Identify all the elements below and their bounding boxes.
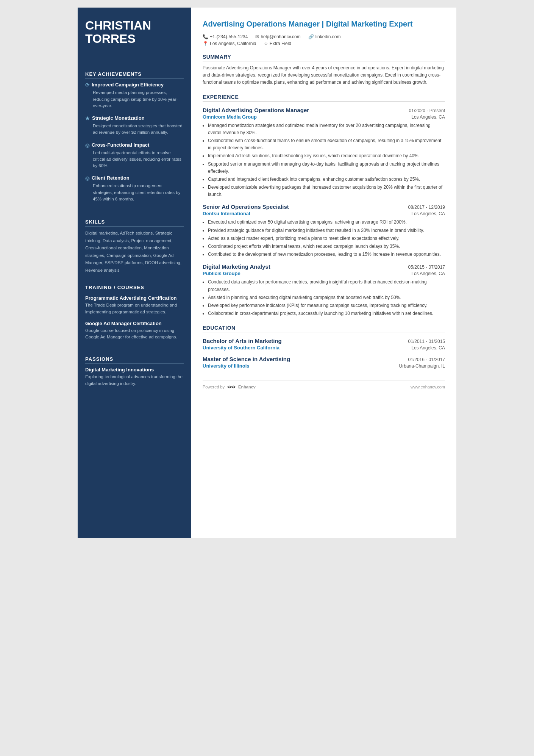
bullet-1-4: Supported senior management with managin… [208,161,445,175]
education-section-title: EDUCATION [203,325,445,332]
contact-email: ✉ help@enhancv.com [255,34,300,39]
edu-date-2: 01/2016 - 01/2017 [408,357,445,362]
course-title-2: Google Ad Manager Certification [85,321,184,326]
achievement-icon-4: ◎ [85,175,89,181]
passions-section-title: PASSIONS [85,356,184,364]
resume-container: CHRISTIAN TORRES KEY ACHIEVEMENTS ⟳ Impr… [78,8,456,538]
contact-linkedin: 🔗 linkedin.com [308,34,341,39]
email-icon: ✉ [255,34,259,39]
skills-text: Digital marketing, AdTech solutions, Str… [85,230,184,274]
contact-row-2: 📍 Los Angeles, California ☆ Extra Field [203,41,445,46]
achievement-desc-2: Designed monetization strategies that bo… [85,123,184,136]
footer-logo: Powered by Enhancv [203,384,256,390]
edu-date-1: 01/2011 - 01/2015 [408,339,445,344]
star-icon: ☆ [264,41,268,46]
edu-school-2: University of Illinois [203,363,250,369]
enhancv-logo-icon [227,384,236,390]
achievement-icon-2: ★ [85,116,90,121]
job-2: Senior Ad Operations Specialist 08/2017 … [203,203,445,258]
job-location-3: Los Angeles, CA [411,271,445,276]
achievement-desc-1: Revamped media planning processes, reduc… [85,89,184,109]
achievement-item-4: ◎ Client Retention Enhanced relationship… [85,175,184,202]
contact-phone: 📞 +1-(234)-555-1234 [203,34,248,39]
bullet-2-1: Executed and optimized over 50 digital a… [208,219,445,226]
job-title-1: Digital Advertising Operations Manager [203,107,309,113]
job-company-2: Dentsu International [203,211,250,216]
passion-item-1: Digital Marketing Innovations Exploring … [85,367,184,387]
job-date-2: 08/2017 - 12/2019 [408,205,445,210]
job-company-1: Omnicom Media Group [203,114,257,120]
contact-row: 📞 +1-(234)-555-1234 ✉ help@enhancv.com 🔗… [203,34,445,39]
edu-degree-2: Master of Science in Advertising [203,356,290,362]
bullet-2-3: Acted as a subject matter expert, priori… [208,235,445,242]
bullet-1-5: Captured and integrated client feedback … [208,176,445,183]
edu-location-1: Los Angeles, CA [411,345,445,351]
footer-website: www.enhancv.com [411,385,445,389]
phone-icon: 📞 [203,34,208,39]
bullet-3-1: Conducted data analysis for performance … [208,279,445,293]
linkedin-icon: 🔗 [308,34,314,39]
job-company-3: Publicis Groupe [203,271,240,276]
achievement-desc-3: Led multi-departmental efforts to resolv… [85,150,184,169]
footer: Powered by Enhancv www.enhancv.com [203,380,445,390]
bullet-1-2: Collaborated with cross-functional teams… [208,137,445,152]
course-desc-2: Google course focused on proficiency in … [85,327,184,341]
bullet-3-2: Assisted in planning and executing digit… [208,294,445,301]
achievement-desc-4: Enhanced relationship management strateg… [85,183,184,202]
course-item-2: Google Ad Manager Certification Google c… [85,321,184,341]
job-1: Digital Advertising Operations Manager 0… [203,107,445,199]
course-title-1: Programmatic Advertising Certification [85,295,184,301]
contact-extra: ☆ Extra Field [264,41,291,46]
experience-section-title: EXPERIENCE [203,94,445,102]
bullet-2-4: Coordinated project efforts with interna… [208,243,445,250]
summary-section-title: SUMMARY [203,54,445,61]
candidate-name: CHRISTIAN TORRES [85,19,184,45]
achievement-item-1: ⟳ Improved Campaign Efficiency Revamped … [85,82,184,109]
bullet-2-5: Contributed to the development of new mo… [208,251,445,258]
job-3: Digital Marketing Analyst 05/2015 - 07/2… [203,263,445,317]
bullet-1-1: Managed monetization strategies and opti… [208,122,445,136]
bullet-1-3: Implemented AdTech solutions, troublesho… [208,152,445,160]
powered-by-text: Powered by [203,385,225,389]
edu-degree-1: Bachelor of Arts in Marketing [203,338,282,344]
job-title-2: Senior Ad Operations Specialist [203,203,289,210]
achievements-section-title: KEY ACHIEVEMENTS [85,71,184,79]
job-bullets-3: Conducted data analysis for performance … [203,279,445,317]
job-date-1: 01/2020 - Present [409,108,445,113]
skills-section-title: SKILLS [85,219,184,227]
achievement-item-3: ◎ Cross-Functional Impact Led multi-depa… [85,142,184,169]
bullet-3-3: Developed key performance indicators (KP… [208,302,445,309]
course-desc-1: The Trade Desk program on understanding … [85,302,184,315]
achievement-icon-1: ⟳ [85,82,89,88]
bullet-1-6: Developed customizable advertising packa… [208,184,445,198]
summary-text: Passionate Advertising Operations Manage… [203,64,445,86]
job-date-3: 05/2015 - 07/2017 [408,265,445,270]
main-content: Advertising Operations Manager | Digital… [191,8,456,538]
bullet-3-4: Collaborated in cross-departmental proje… [208,310,445,317]
edu-item-1: Bachelor of Arts in Marketing 01/2011 - … [203,338,445,351]
job-title-3: Digital Marketing Analyst [203,263,270,270]
achievement-item-2: ★ Strategic Monetization Designed moneti… [85,115,184,136]
job-location-2: Los Angeles, CA [411,211,445,216]
course-item-1: Programmatic Advertising Certification T… [85,295,184,315]
edu-school-1: University of Southern California [203,345,279,351]
passion-title-1: Digital Marketing Innovations [85,367,184,373]
contact-location: 📍 Los Angeles, California [203,41,256,46]
edu-location-2: Urbana-Champaign, IL [399,363,445,369]
passion-desc-1: Exploring technological advances transfo… [85,374,184,387]
edu-item-2: Master of Science in Advertising 01/2016… [203,356,445,369]
training-section-title: TRAINING / COURSES [85,285,184,292]
sidebar: CHRISTIAN TORRES KEY ACHIEVEMENTS ⟳ Impr… [78,8,191,538]
location-icon: 📍 [203,41,208,46]
achievement-icon-3: ◎ [85,142,89,148]
bullet-2-2: Provided strategic guidance for digital … [208,227,445,234]
enhancv-brand: Enhancv [238,385,256,389]
job-title-header: Advertising Operations Manager | Digital… [203,19,445,29]
job-bullets-2: Executed and optimized over 50 digital a… [203,219,445,258]
job-bullets-1: Managed monetization strategies and opti… [203,122,445,199]
job-location-1: Los Angeles, CA [411,114,445,120]
